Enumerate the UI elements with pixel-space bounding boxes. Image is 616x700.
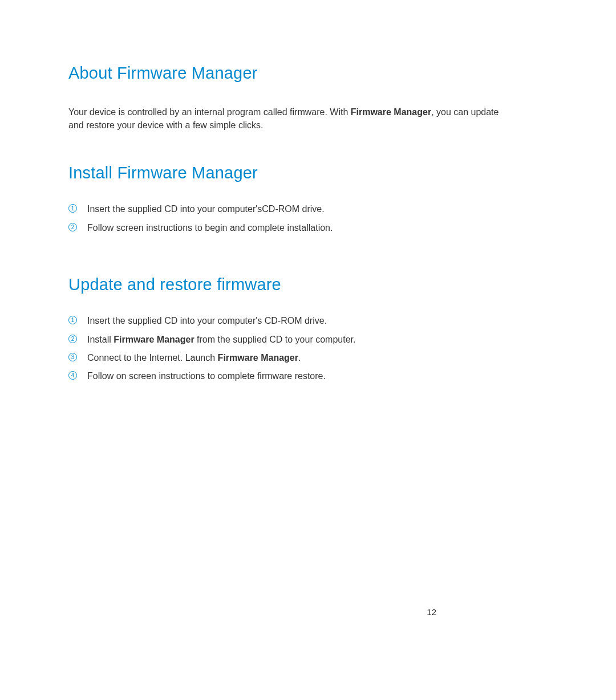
update-step-4-text: Follow on screen instructions to complet…: [87, 370, 326, 382]
step-number-icon: 4: [68, 371, 77, 380]
about-text-bold: Firmware Manager: [351, 107, 431, 117]
heading-about: About Firmware Manager: [68, 64, 548, 83]
install-step-2-text: Follow screen instructions to begin and …: [87, 222, 333, 234]
section-update: Update and restore firmware 1 Insert the…: [68, 275, 548, 383]
install-step-1-text: Insert the supplied CD into your compute…: [87, 203, 325, 215]
update-step-3-text: Connect to the Internet. Launch Firmware…: [87, 352, 301, 364]
step-number-icon: 2: [68, 223, 77, 231]
heading-install: Install Firmware Manager: [68, 164, 548, 182]
section-install: Install Firmware Manager 1 Insert the su…: [68, 164, 548, 234]
install-step-1: 1 Insert the supplied CD into your compu…: [68, 203, 548, 215]
update-step-4: 4 Follow on screen instructions to compl…: [68, 370, 548, 382]
update-step-2-text: Install Firmware Manager from the suppli…: [87, 333, 355, 346]
update-step-3: 3 Connect to the Internet. Launch Firmwa…: [68, 352, 548, 364]
update-step-1: 1 Insert the supplied CD into your compu…: [68, 315, 548, 327]
install-steps: 1 Insert the supplied CD into your compu…: [68, 203, 548, 234]
install-step-2: 2 Follow screen instructions to begin an…: [68, 222, 548, 234]
section-about: About Firmware Manager Your device is co…: [68, 64, 548, 132]
update-step-1-text: Insert the supplied CD into your compute…: [87, 315, 327, 327]
step-number-icon: 1: [68, 204, 77, 213]
update-step-2: 2 Install Firmware Manager from the supp…: [68, 333, 548, 346]
step-number-icon: 1: [68, 316, 77, 324]
document-page: About Firmware Manager Your device is co…: [0, 0, 616, 383]
about-text-pre: Your device is controlled by an internal…: [68, 107, 351, 117]
page-number: 12: [427, 607, 436, 617]
heading-update: Update and restore firmware: [68, 275, 548, 294]
step-number-icon: 2: [68, 335, 77, 343]
about-paragraph: Your device is controlled by an internal…: [68, 105, 513, 132]
step-number-icon: 3: [68, 353, 77, 361]
update-steps: 1 Insert the supplied CD into your compu…: [68, 315, 548, 383]
